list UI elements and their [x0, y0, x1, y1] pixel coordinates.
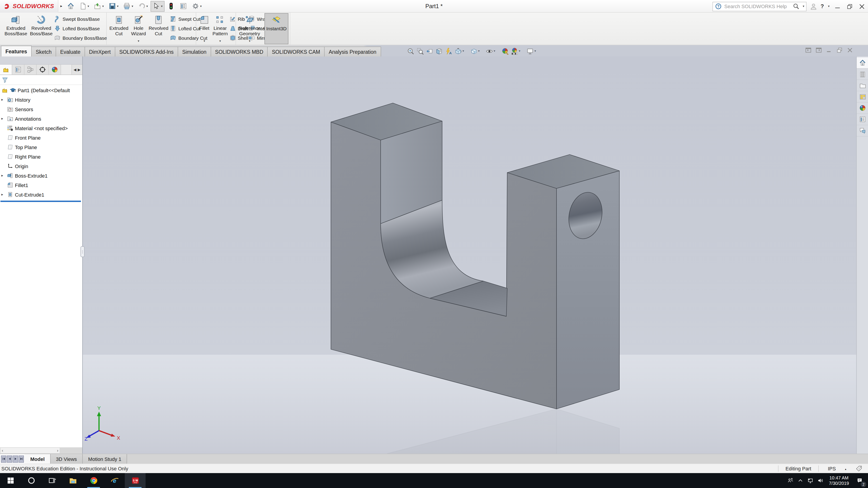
- ribbon-button[interactable]: Fillet ▾: [197, 13, 211, 44]
- tree-item[interactable]: ▸ Front Plane: [0, 133, 82, 142]
- task-view-button[interactable]: [41, 473, 62, 488]
- new-button[interactable]: ▾: [77, 1, 91, 11]
- cortana-search-button[interactable]: [21, 473, 41, 488]
- clock[interactable]: 10:47 AM 7/30/2019: [829, 475, 849, 486]
- previous-tab-button[interactable]: [7, 455, 12, 462]
- unit-system-caret-icon[interactable]: ▴: [845, 467, 846, 470]
- ribbon-button-small[interactable]: Swept Boss/Base: [54, 15, 107, 23]
- command-tab[interactable]: SOLIDWORKS CAM: [268, 46, 324, 57]
- dropdown-caret-icon[interactable]: ▾: [138, 38, 139, 44]
- bottom-tab[interactable]: Motion Study 1: [83, 454, 127, 464]
- help-menu[interactable]: ?: [820, 3, 824, 9]
- next-tab-button[interactable]: [13, 455, 18, 462]
- ribbon-button-small[interactable]: Boundary Boss/Base: [54, 34, 107, 42]
- taskpane-file-explorer-tab[interactable]: [857, 80, 868, 91]
- menu-flyout-arrow[interactable]: ▸: [60, 4, 62, 8]
- scroll-right-icon[interactable]: ›: [57, 448, 58, 453]
- volume-icon[interactable]: [815, 473, 825, 488]
- previous-window-button[interactable]: [805, 46, 812, 54]
- taskpane-forum-tab[interactable]: [857, 125, 868, 136]
- hide-show-items-button[interactable]: ▾: [485, 47, 496, 55]
- select-button[interactable]: ▾: [151, 1, 164, 11]
- taskpane-home-tab[interactable]: [857, 57, 868, 69]
- apply-scene-button[interactable]: ▾: [510, 47, 521, 55]
- start-button[interactable]: [0, 473, 21, 488]
- panel-horizontal-scrollbar[interactable]: ‹ ›: [0, 447, 82, 454]
- dropdown-caret-icon[interactable]: ▾: [249, 38, 250, 44]
- section-view-button[interactable]: [434, 47, 444, 55]
- dropdown-caret-icon[interactable]: ▾: [131, 4, 133, 8]
- taskpane-design-library-tab[interactable]: [857, 69, 868, 80]
- file-explorer-button[interactable]: [62, 473, 83, 488]
- tree-item[interactable]: ▸ Top Plane: [0, 142, 82, 152]
- user-login-icon[interactable]: [810, 2, 817, 10]
- rollback-bar[interactable]: [0, 201, 81, 202]
- dropdown-caret-icon[interactable]: ▾: [463, 49, 464, 53]
- command-tab[interactable]: Sketch: [31, 46, 56, 57]
- restore-button[interactable]: [845, 2, 854, 11]
- command-tab[interactable]: Simulation: [178, 46, 211, 57]
- dropdown-caret-icon[interactable]: ▾: [478, 49, 480, 53]
- dropdown-caret-icon[interactable]: ▾: [534, 49, 536, 53]
- tree-item[interactable]: ▸ Cut-Extrude1: [0, 190, 82, 199]
- zoom-to-fit-button[interactable]: [406, 47, 415, 55]
- minimize-button[interactable]: [833, 2, 842, 11]
- displaymanager-tab[interactable]: [49, 65, 61, 74]
- search-icon[interactable]: [792, 3, 800, 10]
- zoom-to-area-button[interactable]: [415, 47, 425, 55]
- undo-button[interactable]: ▾: [136, 1, 150, 11]
- internet-explorer-button[interactable]: [104, 473, 125, 488]
- tree-item[interactable]: ▸ Right Plane: [0, 152, 82, 161]
- people-icon[interactable]: [785, 473, 796, 488]
- tree-item[interactable]: ▸ History: [0, 95, 82, 104]
- close-button[interactable]: [857, 2, 866, 11]
- command-tab[interactable]: DimXpert: [85, 46, 115, 57]
- dropdown-caret-icon[interactable]: ▾: [88, 4, 89, 8]
- rebuild-button[interactable]: [165, 1, 177, 11]
- tag-icon[interactable]: [855, 465, 863, 472]
- ribbon-button[interactable]: Hole Wizard ▾: [130, 13, 147, 44]
- home-button[interactable]: [65, 1, 76, 11]
- dropdown-caret-icon[interactable]: ▾: [161, 4, 162, 8]
- 3d-drawing-views-button[interactable]: [444, 47, 454, 55]
- dropdown-caret-icon[interactable]: ▾: [200, 4, 202, 8]
- graphics-viewport[interactable]: Y X Z: [83, 57, 856, 454]
- close-document-button[interactable]: [846, 46, 854, 54]
- scroll-left-icon[interactable]: ‹: [2, 448, 3, 453]
- action-center-button[interactable]: 2: [852, 473, 866, 488]
- taskpane-appearances-scenes-tab[interactable]: [857, 103, 868, 114]
- next-window-button[interactable]: [815, 46, 822, 54]
- ribbon-button[interactable]: Revolved Boss/Base: [29, 13, 54, 44]
- bottom-tab[interactable]: Model: [25, 454, 51, 464]
- tree-item[interactable]: ▸ Origin: [0, 161, 82, 171]
- help-caret-icon[interactable]: ▾: [828, 4, 830, 8]
- scroll-left-icon[interactable]: ◀: [73, 68, 76, 72]
- first-tab-button[interactable]: [1, 455, 6, 462]
- ribbon-button[interactable]: Extruded Boss/Base: [3, 13, 29, 44]
- print-button[interactable]: ▾: [121, 1, 135, 11]
- display-style-button[interactable]: ▾: [469, 47, 480, 55]
- view-orientation-button[interactable]: ▾: [454, 47, 465, 55]
- search-caret-icon[interactable]: ▾: [803, 4, 804, 8]
- tree-item[interactable]: ▸ Fillet1: [0, 180, 82, 190]
- command-tab[interactable]: Features: [1, 46, 32, 57]
- save-button[interactable]: ▾: [106, 1, 120, 11]
- expander-icon[interactable]: ▸: [1, 117, 5, 121]
- dropdown-caret-icon[interactable]: ▾: [519, 49, 520, 53]
- tree-item[interactable]: ▸ Annotations: [0, 114, 82, 123]
- view-settings-button[interactable]: ▾: [525, 47, 537, 55]
- dropdown-caret-icon[interactable]: ▾: [146, 4, 148, 8]
- scroll-right-icon[interactable]: ▶: [78, 68, 81, 72]
- tree-item[interactable]: ▸ Sensors: [0, 104, 82, 114]
- expander-icon[interactable]: ▸: [1, 173, 5, 177]
- dropdown-caret-icon[interactable]: ▾: [494, 49, 495, 53]
- chrome-button[interactable]: [83, 473, 104, 488]
- command-tab[interactable]: SOLIDWORKS Add-Ins: [115, 46, 178, 57]
- options-button[interactable]: ▾: [190, 1, 204, 11]
- command-tab[interactable]: Analysis Preparation: [324, 46, 381, 57]
- ribbon-button[interactable]: Instant3D: [265, 13, 288, 44]
- expander-icon[interactable]: ▸: [1, 193, 5, 197]
- ribbon-button[interactable]: Extruded Cut: [108, 13, 130, 44]
- ribbon-button[interactable]: Linear Pattern ▾: [211, 13, 229, 44]
- solidworks-2018-button[interactable]: [125, 473, 146, 488]
